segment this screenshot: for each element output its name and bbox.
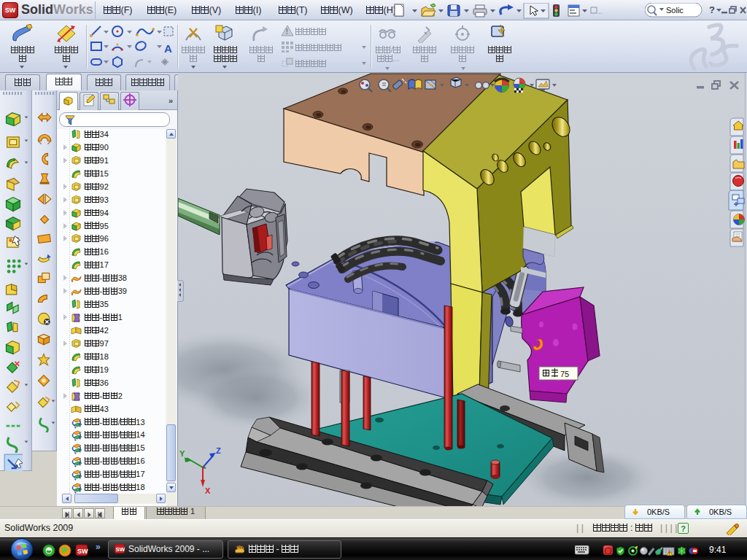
svg-text:SW: SW — [116, 546, 125, 553]
svg-text:Z: Z — [216, 446, 221, 455]
svg-text:!: ! — [286, 27, 289, 36]
svg-text:SW: SW — [77, 548, 88, 555]
svg-text:»: » — [96, 542, 101, 552]
svg-text:A: A — [164, 42, 172, 55]
svg-text:!: ! — [669, 551, 670, 556]
svg-text:X: X — [205, 486, 211, 495]
svg-text:Solic: Solic — [666, 6, 684, 15]
svg-text:..: .. — [598, 7, 603, 15]
svg-text:Y: Y — [179, 449, 185, 458]
svg-text:75: 75 — [560, 370, 569, 378]
svg-text:?: ? — [709, 4, 715, 15]
